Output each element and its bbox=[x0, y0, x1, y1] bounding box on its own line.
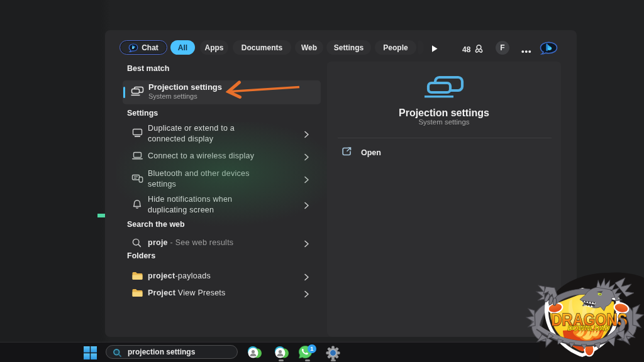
svg-text:DOWNLOAD: DOWNLOAD bbox=[568, 324, 610, 332]
svg-text:1: 1 bbox=[310, 345, 314, 352]
